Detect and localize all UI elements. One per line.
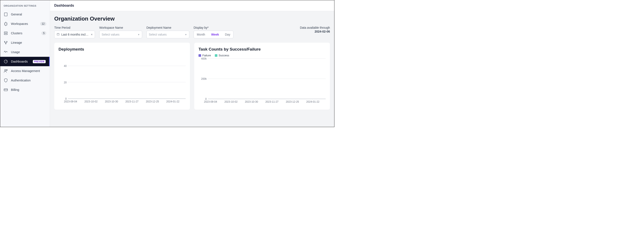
sidebar-item-workspaces[interactable]: Workspaces12	[0, 19, 50, 28]
svg-rect-7	[4, 34, 8, 35]
svg-point-12	[4, 70, 6, 71]
sidebar-item-label: Authentication	[11, 79, 46, 82]
page-title: Dashboards	[50, 0, 334, 11]
preview-badge: PREVIEW	[33, 60, 46, 63]
lineage-icon	[4, 40, 8, 45]
sidebar-item-label: Lineage	[11, 41, 46, 44]
filter-workspace: Workspace Name Select values ▼	[99, 26, 142, 38]
workspace-select[interactable]: Select values ▼	[99, 31, 142, 38]
count-badge: 5	[42, 31, 46, 35]
legend-item: Failure	[198, 54, 211, 57]
filter-deployment: Deployment Name Select values ▼	[146, 26, 189, 38]
sidebar: ORGANIZATION SETTINGS GeneralWorkspaces1…	[0, 0, 50, 127]
sidebar-item-label: Clusters	[11, 32, 38, 35]
general-icon	[4, 12, 8, 16]
sidebar-item-label: Dashboards	[11, 60, 30, 63]
segment-month[interactable]: Month	[194, 31, 208, 38]
chevron-down-icon: ▼	[138, 34, 140, 36]
sidebar-item-clusters[interactable]: Clusters5	[0, 28, 50, 38]
sidebar-item-general[interactable]: General	[0, 10, 50, 19]
billing-icon	[4, 88, 8, 92]
access-management-icon	[4, 69, 8, 73]
segment-week[interactable]: Week	[208, 31, 222, 38]
sidebar-item-label: Billing	[11, 88, 46, 92]
sidebar-item-billing[interactable]: Billing	[0, 85, 50, 94]
filter-display-by: Display by* MonthWeekDay	[194, 26, 234, 38]
close-icon[interactable]: ×	[91, 33, 92, 36]
svg-rect-6	[4, 32, 8, 33]
sidebar-item-label: Access Management	[11, 69, 46, 73]
sidebar-item-lineage[interactable]: Lineage	[0, 38, 50, 47]
filters-row: Time Period Last 6 months incl… × Worksp…	[54, 26, 330, 38]
authentication-icon	[4, 78, 8, 82]
sidebar-item-label: Usage	[11, 50, 46, 54]
workspaces-icon	[4, 22, 8, 26]
svg-point-10	[5, 43, 6, 44]
overview-title: Organization Overview	[54, 16, 330, 22]
svg-rect-14	[4, 89, 8, 91]
calendar-icon	[56, 33, 60, 36]
svg-point-13	[6, 70, 8, 70]
deployment-select[interactable]: Select values ▼	[146, 31, 189, 38]
chart-task-counts-plot: 0200k400k2023-09-042023-10-022023-10-302…	[198, 59, 326, 106]
count-badge: 12	[40, 22, 46, 26]
sidebar-item-authentication[interactable]: Authentication	[0, 76, 50, 85]
svg-point-9	[6, 41, 7, 42]
chart-deployments: Deployments 020402023-09-042023-10-02202…	[54, 43, 190, 110]
svg-rect-0	[4, 13, 7, 16]
sidebar-item-dashboards[interactable]: DashboardsPREVIEW	[0, 57, 50, 66]
sidebar-item-access-management[interactable]: Access Management	[0, 66, 50, 76]
svg-rect-16	[57, 33, 60, 35]
sidebar-item-label: Workspaces	[11, 22, 37, 26]
time-period-select[interactable]: Last 6 months incl… ×	[54, 31, 95, 38]
data-available-through: Data available through 2024-02-06	[300, 26, 330, 33]
chart-task-counts: Task Counts by Success/Failure FailureSu…	[194, 43, 330, 110]
dashboards-icon	[4, 59, 8, 64]
chart-deployments-plot: 020402023-09-042023-10-022023-10-302023-…	[58, 54, 186, 105]
content: Organization Overview Time Period Last 6…	[50, 11, 334, 127]
chevron-down-icon: ▼	[185, 34, 187, 36]
clusters-icon	[4, 31, 8, 35]
sidebar-header: ORGANIZATION SETTINGS	[0, 3, 50, 10]
sidebar-item-usage[interactable]: Usage	[0, 47, 50, 57]
filter-time-period: Time Period Last 6 months incl… ×	[54, 26, 95, 38]
legend-item: Success	[215, 54, 229, 57]
svg-point-8	[4, 41, 5, 42]
main: Dashboards Organization Overview Time Pe…	[50, 0, 334, 127]
display-by-segmented[interactable]: MonthWeekDay	[194, 31, 234, 38]
charts-row: Deployments 020402023-09-042023-10-02202…	[54, 43, 330, 110]
usage-icon	[4, 50, 8, 54]
chart-legend: FailureSuccess	[198, 54, 326, 57]
sidebar-item-label: General	[11, 13, 46, 16]
segment-day[interactable]: Day	[222, 31, 233, 38]
